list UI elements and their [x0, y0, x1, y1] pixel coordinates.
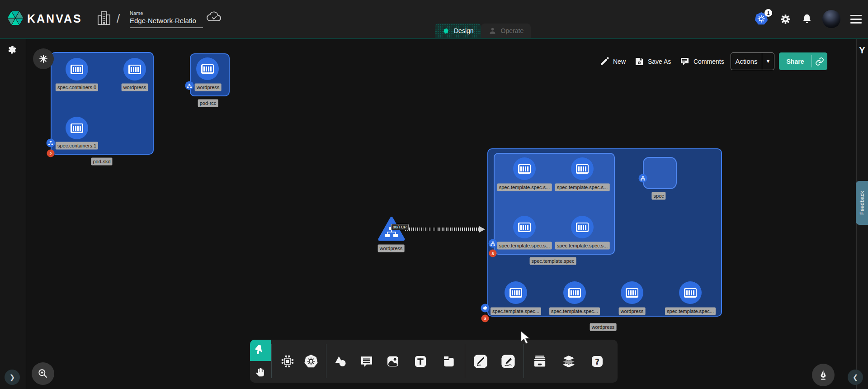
- cursor-tool[interactable]: [250, 340, 271, 361]
- drawer-icon: [532, 354, 547, 369]
- node-label[interactable]: spec.template.spec...: [665, 308, 716, 315]
- tab-operate[interactable]: Operate: [481, 24, 531, 38]
- design-name-field-group: Name: [130, 10, 203, 28]
- image-tool[interactable]: [386, 354, 400, 369]
- zoom-button[interactable]: [32, 362, 54, 385]
- group-label[interactable]: wordpress: [590, 323, 617, 331]
- snowflake-badge[interactable]: [33, 48, 54, 69]
- edit-pen-tool[interactable]: [472, 353, 489, 370]
- expand-right-panel-button[interactable]: ❮: [848, 370, 863, 385]
- group-label[interactable]: pod-rcc: [198, 100, 218, 107]
- group-label[interactable]: spec.template.spec: [530, 257, 576, 265]
- kubernetes-tool[interactable]: [303, 354, 319, 369]
- hand-tool[interactable]: [250, 361, 271, 383]
- deployment-badge[interactable]: [481, 304, 490, 313]
- toolbar-divider: [271, 344, 272, 378]
- hand-icon: [255, 366, 267, 378]
- copy-link-button[interactable]: [811, 55, 827, 67]
- relationship-badge[interactable]: [489, 239, 497, 248]
- node-label[interactable]: spec.containers.1: [56, 142, 98, 150]
- logo-wordmark[interactable]: KANVAS: [27, 12, 82, 25]
- actions-button[interactable]: Actions ▼: [731, 52, 774, 70]
- user-avatar[interactable]: [822, 10, 840, 28]
- node-label[interactable]: spec.template.spec.s...: [555, 242, 610, 250]
- container-node[interactable]: [66, 58, 88, 81]
- feedback-tab[interactable]: Feedback: [856, 181, 868, 225]
- node-spec[interactable]: [643, 157, 677, 189]
- mode-tabs: Design Operate: [435, 24, 531, 38]
- menu-hamburger-icon[interactable]: [850, 15, 862, 24]
- issue-count-badge[interactable]: 2: [47, 150, 55, 157]
- actions-dropdown-caret[interactable]: ▼: [762, 53, 774, 70]
- help-tool[interactable]: ?: [590, 354, 604, 369]
- node-label[interactable]: spec.template.spec.s...: [555, 184, 610, 191]
- node-label[interactable]: wordpress: [122, 84, 148, 91]
- drawer-tool[interactable]: [532, 354, 547, 369]
- relationship-badge[interactable]: [185, 81, 194, 90]
- container-node[interactable]: [513, 157, 536, 180]
- text-tool[interactable]: [413, 354, 428, 369]
- relationship-badge[interactable]: [47, 139, 55, 147]
- settings-gear-icon[interactable]: [779, 13, 792, 25]
- share-button[interactable]: Share: [779, 52, 827, 70]
- node-label[interactable]: spec.template.spec.s...: [497, 242, 552, 250]
- layers-icon: [561, 354, 576, 369]
- component-tool[interactable]: [280, 354, 295, 369]
- node-label[interactable]: wordpress: [378, 245, 405, 252]
- container-node[interactable]: [505, 281, 527, 304]
- notifications-bell-icon[interactable]: [802, 13, 812, 25]
- spiral-loader-icon: [5, 43, 19, 57]
- sketch-pencil-tool[interactable]: [500, 353, 516, 370]
- pen-nib-button[interactable]: [812, 364, 835, 386]
- kubernetes-wheel-icon: [303, 354, 319, 369]
- node-label[interactable]: spec.template.spec...: [491, 308, 541, 315]
- node-label[interactable]: spec: [651, 192, 665, 200]
- relationship-badge[interactable]: [639, 174, 647, 183]
- container-node[interactable]: [196, 57, 219, 80]
- container-node[interactable]: [66, 117, 88, 139]
- container-node[interactable]: [679, 281, 702, 304]
- header-divider: [0, 38, 868, 39]
- node-label[interactable]: wordpress: [619, 308, 646, 315]
- container-icon: [71, 65, 83, 74]
- canvas-toolbar: ?: [250, 340, 618, 383]
- group-label[interactable]: pod-skd: [91, 158, 112, 166]
- layers-tool[interactable]: [561, 354, 576, 369]
- comments-icon: [679, 57, 690, 66]
- node-label[interactable]: spec.containers.0: [56, 84, 98, 91]
- group-spec-template-spec[interactable]: [494, 153, 615, 255]
- pencil-sketch-icon: [500, 353, 516, 370]
- tab-design[interactable]: Design: [435, 24, 481, 38]
- comment-tool[interactable]: [359, 354, 374, 369]
- save-as-button[interactable]: Save As: [634, 52, 671, 70]
- save-icon: [634, 57, 644, 66]
- design-name-input[interactable]: [130, 16, 203, 28]
- issue-count-badge[interactable]: 3: [481, 315, 489, 323]
- breadcrumb-separator: /: [117, 12, 120, 26]
- shapes-tool[interactable]: [333, 354, 348, 369]
- organization-icon[interactable]: [97, 10, 111, 28]
- container-node[interactable]: [513, 216, 536, 238]
- container-node[interactable]: [621, 281, 643, 304]
- node-label[interactable]: wordpress: [195, 84, 222, 91]
- container-icon: [568, 288, 581, 298]
- comments-button[interactable]: Comments: [679, 52, 724, 70]
- edge-port-label[interactable]: 80/TCP: [391, 224, 409, 230]
- new-button[interactable]: New: [599, 52, 626, 70]
- expand-left-panel-button[interactable]: ❯: [5, 370, 20, 385]
- issue-count-badge[interactable]: 3: [489, 250, 497, 257]
- container-icon: [71, 123, 83, 133]
- container-node[interactable]: [571, 216, 594, 238]
- container-icon: [518, 164, 531, 174]
- node-label[interactable]: spec.template.spec.s...: [497, 184, 552, 191]
- yaml-panel-toggle[interactable]: Y: [859, 45, 865, 56]
- container-node[interactable]: [571, 157, 594, 180]
- kanvas-logo-icon[interactable]: [6, 9, 24, 29]
- container-node[interactable]: [123, 58, 146, 81]
- note-tool[interactable]: [442, 354, 456, 369]
- kubernetes-context-button[interactable]: 1: [754, 12, 769, 26]
- header-icons: 1: [754, 0, 862, 38]
- container-node[interactable]: [563, 281, 586, 304]
- service-edge[interactable]: [405, 228, 480, 231]
- node-label[interactable]: spec.template.spec...: [549, 308, 600, 315]
